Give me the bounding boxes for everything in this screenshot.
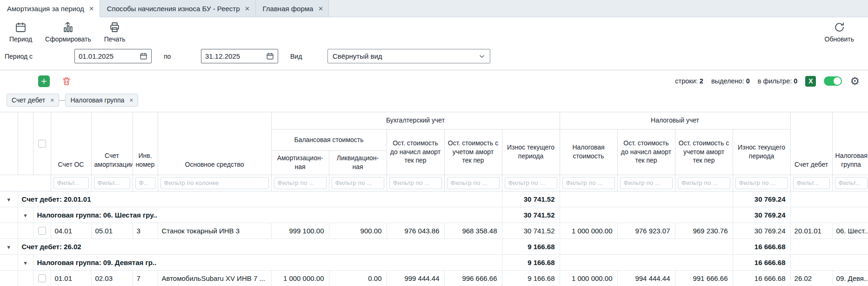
filter-ost-s-nu[interactable]	[678, 177, 730, 189]
collapse-cell[interactable]: ▾	[0, 191, 18, 207]
tab-close-icon[interactable]: ×	[245, 5, 250, 13]
col-header-iznos-bu[interactable]: Износ текущего периода	[502, 129, 560, 175]
tab-label: Главная форма	[263, 5, 314, 13]
collapse-cell[interactable]: ▾	[18, 254, 33, 270]
grid-view-toggle[interactable]	[824, 76, 842, 86]
tab-bar: Амортизация за период × Способы начислен…	[0, 0, 868, 17]
cell-ost-s-bu: 968 358.48	[444, 223, 502, 238]
col-header-osnovnoe-sredstvo[interactable]: Основное средство	[158, 112, 271, 175]
filter-likvidacionnaya[interactable]	[332, 177, 384, 189]
select-all-cell[interactable]	[33, 112, 51, 175]
col-header-ost-s-nu[interactable]: Ост. стоимость с учетом аморт тек пер	[675, 129, 733, 175]
row-checkbox[interactable]	[38, 227, 46, 235]
filter-iznos-nu[interactable]	[735, 177, 788, 189]
grid-wrap: Счет ОС Счет амортизации Инв. номер Осно…	[0, 112, 868, 286]
expand-spacer	[0, 223, 18, 238]
group-chip-schet-debet[interactable]: Счет дебет ×	[7, 94, 59, 107]
tab-close-icon[interactable]: ×	[89, 5, 94, 13]
filter-inv-nomer[interactable]	[135, 177, 155, 189]
col-header-schet-os[interactable]: Счет ОС	[51, 112, 91, 175]
expand-column-header	[0, 112, 18, 175]
col-header-ost-do-nu[interactable]: Ост. стоимость до начисл аморт тек пер	[617, 129, 675, 175]
col-header-inv-nomer[interactable]: Инв. номер	[133, 112, 158, 175]
excel-export-icon[interactable]: X	[805, 76, 816, 87]
collapse-cell[interactable]: ▾	[18, 207, 33, 223]
filter-schet-debet[interactable]	[793, 177, 830, 189]
filter-schet-amortizacii[interactable]	[94, 177, 130, 189]
tab-sposoby-nachisleniya[interactable]: Способы начисления износа БУ - Реестр ×	[100, 0, 256, 17]
collapse-arrow-icon[interactable]: ▾	[24, 212, 27, 219]
period-from-input[interactable]: 01.01.2025	[74, 49, 152, 63]
select-all-checkbox[interactable]	[38, 140, 46, 148]
view-select[interactable]: Свёрнутый вид	[327, 49, 490, 63]
generate-button[interactable]: Сформировать	[45, 21, 91, 43]
row-select-cell[interactable]	[33, 270, 51, 286]
period-button[interactable]: Период	[9, 21, 32, 43]
data-row[interactable]: 04.0105.013Станок токарный ИНВ 3999 100.…	[0, 223, 868, 238]
filter-osnovnoe-sredstvo[interactable]	[160, 177, 269, 189]
trash-icon	[61, 76, 72, 86]
data-grid: Счет ОС Счет амортизации Инв. номер Осно…	[0, 112, 868, 286]
col-header-nalogovaya-stoimost[interactable]: Налоговая стоимость	[560, 129, 617, 175]
print-button[interactable]: Печать	[104, 21, 126, 43]
nu-iznos-total: 16 666.68	[733, 238, 790, 254]
cell-iznos-nu: 30 769.24	[733, 223, 790, 238]
group-chip-nalogovaya-gruppa[interactable]: Налоговая группа ×	[65, 94, 138, 107]
row-select-cell[interactable]	[33, 223, 51, 238]
filter-schet-os[interactable]	[53, 177, 89, 189]
grid-header: Счет ОС Счет амортизации Инв. номер Осно…	[0, 112, 868, 191]
data-row[interactable]: 01.0102.037АвтомобильSubaru XV ИНВ 7 ...…	[0, 270, 868, 286]
collapse-cell[interactable]: ▾	[0, 238, 18, 254]
indent-spacer	[0, 207, 18, 223]
group-row-level-1[interactable]: ▾Счет дебет: 20.01.0130 741.5230 769.24	[0, 191, 868, 207]
chip-close-icon[interactable]: ×	[50, 96, 54, 104]
col-header-schet-debet[interactable]: Счет дебет	[790, 112, 832, 175]
col-header-amortizacionnaya[interactable]: Амортизацион-ная	[271, 150, 329, 175]
period-to-input[interactable]: 31.12.2025	[201, 49, 278, 63]
calendar-icon[interactable]	[266, 52, 274, 60]
cell-ost-s-nu: 991 666.66	[675, 270, 733, 286]
cell-ost-s-nu: 969 230.76	[675, 223, 733, 238]
filter-nalogovaya-stoimost[interactable]	[562, 177, 615, 189]
cell-schet-debet: 26.02	[790, 270, 832, 286]
collapse-arrow-icon[interactable]: ▾	[7, 196, 10, 203]
filter-ost-s-bu[interactable]	[447, 177, 500, 189]
collapse-arrow-icon[interactable]: ▾	[24, 259, 27, 266]
in-filter-counter: в фильтре: 0	[758, 77, 798, 85]
generate-icon	[62, 21, 74, 33]
row-checkbox[interactable]	[38, 274, 46, 282]
filter-nalogovaya-gruppa[interactable]	[835, 177, 868, 189]
col-header-iznos-nu[interactable]: Износ текущего периода	[733, 129, 790, 175]
filter-amortizacionnaya[interactable]	[274, 177, 327, 189]
bu-iznos-total: 30 741.52	[502, 207, 560, 223]
cell-iznos-bu: 30 741.52	[502, 223, 560, 238]
add-row-button[interactable]	[38, 75, 50, 87]
filter-ost-do-nu[interactable]	[620, 177, 673, 189]
group-row-level-2[interactable]: ▾Налоговая группа: 09. Девятая гр..9 166…	[0, 254, 868, 270]
group-row-level-2[interactable]: ▾Налоговая группа: 06. Шестая гру..30 74…	[0, 207, 868, 223]
col-header-ost-s-bu[interactable]: Ост. стоимость с учетом аморт тек пер	[444, 129, 502, 175]
refresh-button[interactable]: Обновить	[825, 21, 854, 43]
cell-amortizacionnaya: 1 000 000.00	[271, 270, 329, 286]
collapse-arrow-icon[interactable]: ▾	[7, 244, 10, 251]
chip-connector	[59, 100, 65, 101]
delete-row-button[interactable]	[61, 76, 72, 86]
tab-close-icon[interactable]: ×	[318, 5, 323, 13]
group-chips: Счет дебет × Налоговая группа ×	[0, 92, 868, 112]
tab-glavnaya-forma[interactable]: Главная форма ×	[256, 0, 329, 17]
col-header-schet-amortizacii[interactable]: Счет амортизации	[91, 112, 133, 175]
bu-iznos-total: 30 741.52	[502, 191, 560, 207]
refresh-button-label: Обновить	[825, 35, 854, 43]
calendar-icon[interactable]	[140, 52, 147, 60]
group-header-tax: Налоговый учет	[560, 112, 790, 129]
col-header-likvidacionnaya[interactable]: Ликвидацион-ная	[329, 150, 387, 175]
view-label: Вид	[290, 53, 327, 60]
chip-close-icon[interactable]: ×	[129, 96, 133, 104]
gear-icon[interactable]: ⚙	[850, 76, 860, 87]
col-header-nalogovaya-gruppa[interactable]: Налоговая группа	[832, 112, 868, 175]
filter-ost-do-bu[interactable]	[389, 177, 442, 189]
filter-iznos-bu[interactable]	[505, 177, 557, 189]
col-header-ost-do-bu[interactable]: Ост. стоимость до начисл аморт тек пер	[387, 129, 444, 175]
group-row-level-1[interactable]: ▾Счет дебет: 26.029 166.6816 666.68	[0, 238, 868, 254]
tab-amortizaciya-za-period[interactable]: Амортизация за период ×	[0, 0, 100, 17]
